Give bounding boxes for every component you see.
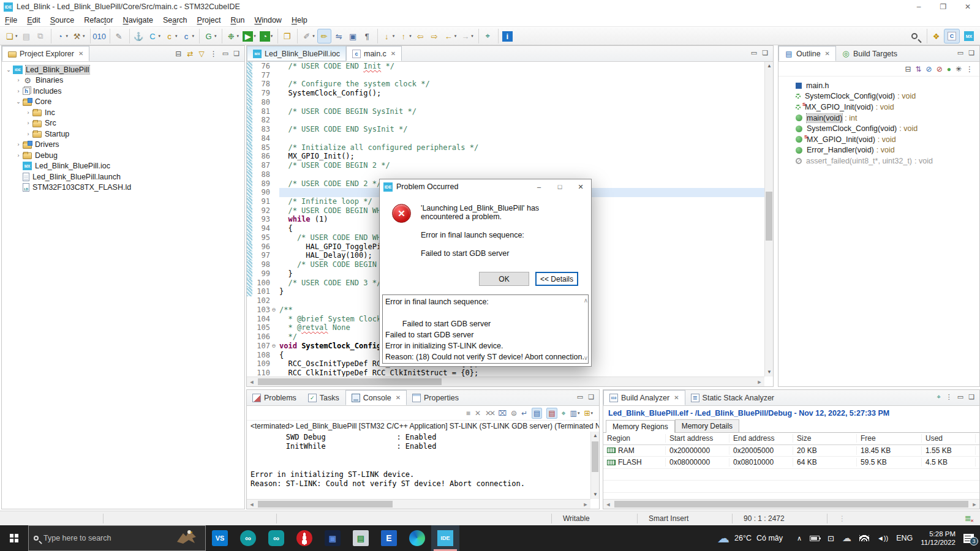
tree-item-project[interactable]: ⌄ IDE Led_Blink_BluePill: [2, 64, 244, 75]
expander-icon[interactable]: ›: [24, 110, 32, 116]
run-button[interactable]: ▶ ▾: [241, 29, 257, 43]
line-number[interactable]: 81: [252, 107, 272, 116]
minimize-button[interactable]: –: [907, 0, 931, 13]
subtab-memory-regions[interactable]: Memory Regions: [606, 420, 675, 433]
dialog-title-bar[interactable]: IDE Problem Occurred – □ ✕: [380, 179, 591, 194]
menu-item[interactable]: Edit: [22, 15, 45, 26]
line-number[interactable]: 86: [252, 152, 272, 161]
info-button[interactable]: i: [498, 29, 514, 43]
menu-item[interactable]: Help: [287, 15, 312, 26]
code-line[interactable]: 81 /* USER CODE BEGIN SysInit */: [247, 107, 764, 116]
outline-item-gpio[interactable]: S MX_GPIO_Init(void) : void: [778, 134, 979, 145]
fold-marker[interactable]: [272, 315, 279, 324]
marker-pen-button[interactable]: ✐ ▾: [297, 29, 316, 43]
expander-icon[interactable]: ›: [24, 120, 32, 126]
fold-marker[interactable]: [272, 152, 279, 161]
tab-tasks[interactable]: ✓ Tasks: [303, 390, 345, 405]
view-menu-icon[interactable]: ⋮: [946, 393, 952, 401]
maximize-view-icon[interactable]: ❏: [588, 393, 594, 401]
ok-button[interactable]: OK: [479, 272, 529, 286]
pin-editor-button[interactable]: ⌖: [478, 29, 494, 43]
line-number[interactable]: 85: [252, 143, 272, 152]
remove-all-terminated-icon[interactable]: ✕✕: [485, 409, 494, 418]
details-button[interactable]: << Details: [535, 272, 578, 286]
code-line[interactable]: 87 /* USER CODE BEGIN 2 */: [247, 161, 764, 170]
menu-item[interactable]: File: [0, 15, 22, 26]
fold-marker[interactable]: [272, 98, 279, 107]
line-number[interactable]: 107: [252, 342, 272, 351]
line-number[interactable]: 99: [252, 269, 272, 279]
tab-static-stack[interactable]: ≣ Static Stack Analyzer: [685, 390, 780, 405]
dialog-details-text[interactable]: Error in final launch sequence: Failed t…: [382, 294, 589, 364]
fold-marker[interactable]: [272, 125, 279, 134]
forward-button[interactable]: → ▾: [459, 29, 475, 43]
tree-item-core[interactable]: ⌄ Core: [2, 97, 244, 108]
console-horizontal-scrollbar[interactable]: ◄ ►: [247, 499, 590, 509]
menu-item[interactable]: Project: [192, 15, 226, 26]
maximize-view-icon[interactable]: ❏: [968, 49, 974, 57]
weather-widget[interactable]: ☁ 26°C Có mây: [711, 531, 789, 545]
line-number[interactable]: 100: [252, 279, 272, 288]
line-number[interactable]: 95: [252, 233, 272, 242]
fold-marker[interactable]: [272, 224, 279, 233]
line-number[interactable]: 91: [252, 197, 272, 206]
console-vertical-scrollbar[interactable]: ▲ ▼: [590, 432, 599, 499]
dialog-close-button[interactable]: ✕: [570, 179, 591, 194]
new-wizard-button[interactable]: ❏ ▾: [3, 29, 19, 43]
close-icon[interactable]: ✕: [674, 394, 679, 401]
save-all-button[interactable]: ⧉: [34, 29, 47, 43]
build-analyzer-horizontal-scrollbar[interactable]: ◄ ►: [603, 499, 979, 509]
details-scroll-up-icon[interactable]: ∧: [584, 297, 588, 304]
fold-marker[interactable]: [272, 71, 279, 80]
menu-item[interactable]: Source: [45, 15, 80, 26]
fold-marker[interactable]: [272, 161, 279, 170]
last-edit-location-button[interactable]: ⇦: [414, 29, 427, 43]
code-line[interactable]: 77: [247, 71, 764, 80]
generate-code-button[interactable]: G ▾: [199, 29, 218, 43]
fold-marker[interactable]: ⊖: [272, 342, 279, 351]
code-line[interactable]: 85 /* Initialize all configured peripher…: [247, 143, 764, 152]
fold-marker[interactable]: [272, 296, 279, 305]
close-button[interactable]: ✕: [956, 0, 980, 13]
line-number[interactable]: 77: [252, 71, 272, 80]
show-on-stderr-icon[interactable]: ▤: [546, 408, 557, 419]
next-annotation-button[interactable]: ↓ ▾: [377, 29, 396, 43]
outline-item-error-handler[interactable]: Error_Handler(void) : void: [778, 145, 979, 156]
ant-app-icon[interactable]: [290, 525, 318, 551]
hide-non-public-icon[interactable]: ●: [947, 65, 951, 73]
terminate-icon[interactable]: ■: [466, 409, 470, 418]
tray-expand-icon[interactable]: ∧: [797, 534, 802, 542]
e-app-icon[interactable]: E: [375, 525, 403, 551]
fold-marker[interactable]: [272, 251, 279, 260]
minimize-view-icon[interactable]: ▭: [222, 50, 228, 58]
vscode-icon[interactable]: VS: [206, 525, 234, 551]
expander-icon[interactable]: ›: [14, 77, 23, 83]
scroll-up-icon[interactable]: ▲: [765, 62, 774, 70]
expander-icon[interactable]: ⌄: [4, 67, 13, 73]
line-number[interactable]: 87: [252, 161, 272, 170]
link-with-editor-button[interactable]: ⇋: [333, 29, 345, 43]
line-number[interactable]: 93: [252, 215, 272, 224]
line-number[interactable]: 78: [252, 80, 272, 89]
onedrive-icon[interactable]: ☁: [842, 533, 851, 544]
details-scroll-down-icon[interactable]: ∨: [584, 354, 588, 361]
close-icon[interactable]: ✕: [391, 50, 396, 57]
code-line[interactable]: 83 /* USER CODE END SysInit */: [247, 125, 764, 134]
search-icon[interactable]: [911, 33, 918, 39]
code-line[interactable]: 82: [247, 116, 764, 125]
menu-item[interactable]: Refactor: [79, 15, 118, 26]
fold-marker[interactable]: [272, 107, 279, 116]
line-number[interactable]: 89: [252, 179, 272, 189]
edge-icon[interactable]: [403, 525, 431, 551]
fold-marker[interactable]: [272, 89, 279, 98]
show-on-stdout-icon[interactable]: ▤: [532, 408, 542, 419]
fold-marker[interactable]: [272, 116, 279, 125]
new-c-file-button[interactable]: c ▾: [180, 29, 196, 43]
arduino-icon[interactable]: ∞: [234, 525, 262, 551]
code-line[interactable]: 79 SystemClock_Config();: [247, 89, 764, 98]
tab-outline[interactable]: ▤ Outline ✕: [778, 46, 836, 61]
fold-marker[interactable]: [272, 332, 279, 342]
expander-icon[interactable]: ⌄: [14, 99, 23, 105]
clear-console-icon[interactable]: ⌧: [498, 409, 507, 418]
code-line[interactable]: 110 RCC_ClkInitTypeDef RCC_ClkInitStruct…: [247, 369, 764, 377]
